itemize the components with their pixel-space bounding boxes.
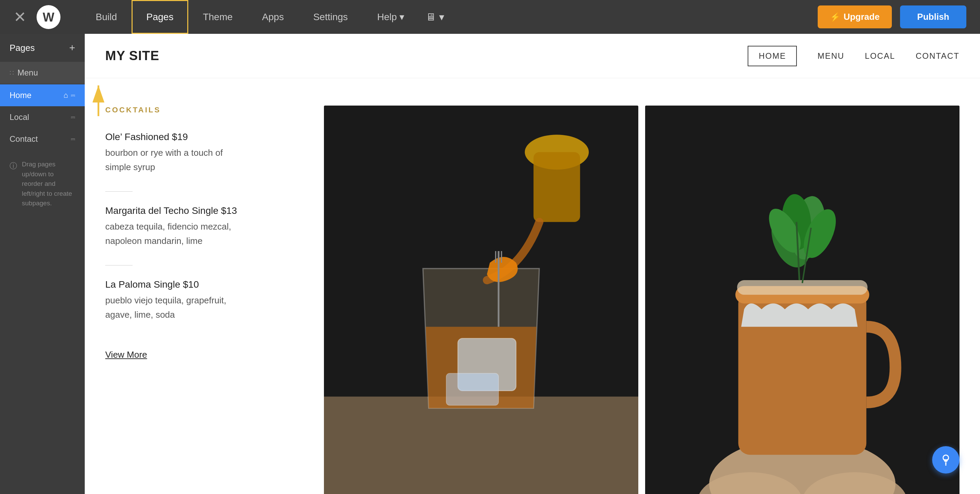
device-selector[interactable]: 🖥 ▾ [419, 11, 451, 23]
sidebar-note-text: Drag pages up/down to reorder and left/r… [22, 160, 75, 208]
info-icon: ⓘ [10, 160, 17, 172]
publish-button[interactable]: Publish [900, 5, 966, 29]
weebly-logo[interactable]: W [37, 5, 60, 29]
svg-text:W: W [43, 10, 54, 24]
svg-point-29 [945, 464, 947, 465]
content-area: MY SITE HOME MENU LOCAL CONTACT COCKTAIL… [85, 34, 980, 494]
sidebar-item-contact[interactable]: Contact ⎓ [0, 128, 85, 150]
top-bar: ✕ W Build Pages Theme Apps Settings Help… [0, 0, 980, 34]
publish-label: Publish [917, 12, 949, 22]
local-icon: ⎓ [71, 113, 75, 122]
divider-1 [105, 191, 132, 192]
home-icon: ⌂ [64, 91, 68, 100]
sidebar-item-label-contact: Contact [10, 134, 38, 144]
cocktail-image-1 [324, 106, 638, 494]
home-icons: ⌂ ⎓ [64, 91, 75, 100]
lightning-icon: ⚡ [830, 12, 840, 22]
upgrade-button[interactable]: ⚡ Upgrade [818, 5, 892, 29]
nav-settings[interactable]: Settings [299, 0, 363, 34]
arrow-indicator [85, 79, 112, 121]
sidebar-title: Pages [10, 43, 35, 53]
nav-pages[interactable]: Pages [132, 0, 188, 34]
edit-icon: ⎓ [71, 91, 75, 100]
close-button[interactable]: ✕ [14, 8, 26, 25]
site-logo: MY SITE [105, 49, 159, 63]
cocktail-image-2 [645, 106, 959, 494]
nav-apps[interactable]: Apps [247, 0, 299, 34]
site-nav-menu[interactable]: MENU [817, 51, 844, 61]
menu-entry-desc-2: pueblo viejo tequila, grapefruit,agave, … [105, 294, 310, 322]
top-nav: Build Pages Theme Apps Settings Help ▾ 🖥… [81, 0, 818, 34]
menu-entry-name-1: Margarita del Techo Single $13 [105, 205, 310, 216]
menu-entry-desc-0: bourbon or rye with a touch ofsimple syr… [105, 146, 310, 174]
help-button[interactable] [932, 446, 959, 473]
svg-rect-7 [446, 373, 498, 405]
menu-entry-margarita: Margarita del Techo Single $13 cabeza te… [105, 205, 310, 248]
view-more-link[interactable]: View More [105, 349, 147, 360]
drag-handle-icon: ∷ [10, 69, 14, 77]
sidebar-item-label-home: Home [10, 91, 32, 100]
sidebar: Pages + ∷ Menu Home ⌂ ⎓ Local ⎓ Contact … [0, 34, 85, 494]
text-column: COCKTAILS Ole’ Fashioned $19 bourbon or … [105, 106, 310, 494]
menu-entry-desc-1: cabeza tequila, fidencio mezcal,napoleon… [105, 220, 310, 248]
nav-theme[interactable]: Theme [188, 0, 247, 34]
main-layout: Pages + ∷ Menu Home ⌂ ⎓ Local ⎓ Contact … [0, 34, 980, 494]
divider-2 [105, 265, 132, 265]
site-nav-links: HOME MENU LOCAL CONTACT [748, 46, 959, 66]
menu-entry-name-0: Ole’ Fashioned $19 [105, 132, 310, 143]
sidebar-item-local[interactable]: Local ⎓ [0, 106, 85, 128]
view-more-label: View More [105, 349, 147, 360]
svg-rect-28 [945, 462, 947, 464]
svg-rect-9 [533, 152, 580, 222]
nav-build[interactable]: Build [81, 0, 132, 34]
upgrade-label: Upgrade [844, 12, 880, 22]
sidebar-item-label-menu: Menu [18, 68, 38, 78]
top-bar-right: ⚡ Upgrade Publish [818, 5, 966, 29]
section-label: COCKTAILS [105, 106, 310, 114]
menu-entry-old-fashioned: Ole’ Fashioned $19 bourbon or rye with a… [105, 132, 310, 174]
content-body: COCKTAILS Ole’ Fashioned $19 bourbon or … [85, 78, 980, 494]
sidebar-item-label-local: Local [10, 113, 29, 122]
sidebar-header: Pages + [0, 42, 85, 54]
sidebar-note: ⓘ Drag pages up/down to reorder and left… [0, 150, 85, 218]
svg-rect-5 [324, 397, 638, 494]
add-page-button[interactable]: + [69, 42, 75, 54]
sidebar-item-menu[interactable]: ∷ Menu [0, 62, 85, 84]
site-nav-contact[interactable]: CONTACT [916, 51, 959, 61]
sidebar-item-home[interactable]: Home ⌂ ⎓ [0, 84, 85, 106]
site-nav: MY SITE HOME MENU LOCAL CONTACT [85, 34, 980, 78]
nav-help[interactable]: Help ▾ [363, 0, 419, 34]
contact-icon: ⎓ [71, 135, 75, 143]
menu-entry-name-2: La Paloma Single $10 [105, 279, 310, 290]
site-nav-home[interactable]: HOME [748, 46, 797, 66]
site-nav-local[interactable]: LOCAL [865, 51, 895, 61]
menu-entry-paloma: La Paloma Single $10 pueblo viejo tequil… [105, 279, 310, 322]
images-column [324, 106, 959, 494]
